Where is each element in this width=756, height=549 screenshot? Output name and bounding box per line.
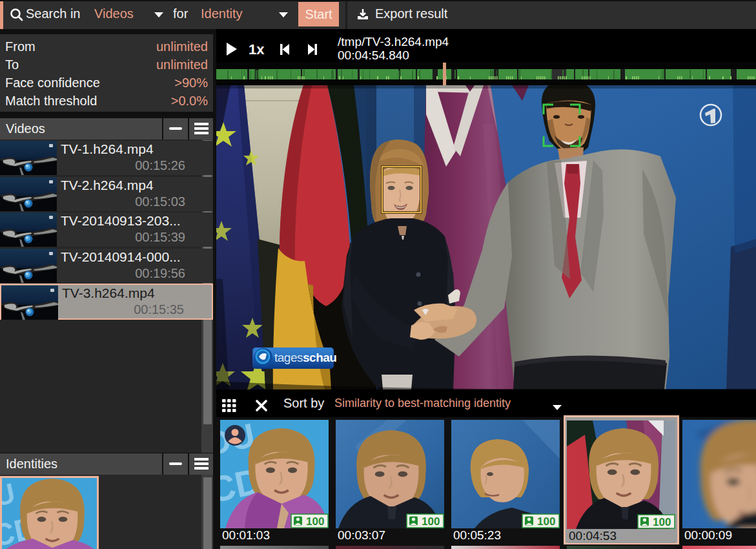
svg-text:100: 100: [537, 515, 555, 528]
svg-text:tages: tages: [274, 351, 303, 364]
svg-text:100: 100: [653, 516, 671, 528]
svg-text:100: 100: [306, 515, 324, 528]
svg-text:100: 100: [422, 515, 440, 528]
svg-text:schau: schau: [303, 351, 336, 364]
